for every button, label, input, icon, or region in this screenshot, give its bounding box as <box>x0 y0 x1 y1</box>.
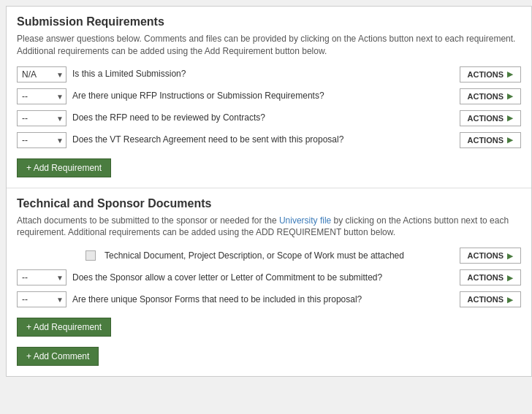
requirement-label: Are there unique Sponsor Forms that need… <box>72 294 454 306</box>
requirement-checkbox[interactable] <box>86 250 96 261</box>
actions-arrow-icon: ▶ <box>507 136 513 144</box>
actions-label: ACTIONS <box>468 273 504 282</box>
actions-button[interactable]: ACTIONS ▶ <box>460 66 522 83</box>
actions-arrow-icon: ▶ <box>507 252 513 260</box>
requirement-select[interactable]: -- Yes No <box>17 291 66 307</box>
add-comment-button[interactable]: + Add Comment <box>17 347 99 366</box>
main-container: Submission Requirements Please answer qu… <box>6 6 532 377</box>
actions-label: ACTIONS <box>468 92 504 101</box>
actions-label: ACTIONS <box>468 251 504 260</box>
submission-requirements-section: Submission Requirements Please answer qu… <box>7 7 531 188</box>
actions-button[interactable]: ACTIONS ▶ <box>460 248 522 264</box>
select-wrapper: -- Yes No ▼ <box>17 291 66 307</box>
actions-label: ACTIONS <box>468 295 504 304</box>
actions-button[interactable]: ACTIONS ▶ <box>460 291 522 307</box>
actions-arrow-icon: ▶ <box>507 296 513 304</box>
select-wrapper: N/A Yes No ▼ <box>17 66 66 83</box>
button-row-2: + Add Comment <box>17 342 521 366</box>
actions-arrow-icon: ▶ <box>507 70 513 78</box>
requirement-row: -- Yes No ▼ Does the Sponsor allow a cov… <box>17 269 521 285</box>
requirement-label: Does the Sponsor allow a cover letter or… <box>72 272 454 284</box>
actions-label: ACTIONS <box>468 136 504 145</box>
requirement-label: Technical Document, Project Description,… <box>104 250 454 262</box>
select-wrapper: -- Yes No ▼ <box>17 88 66 104</box>
requirement-select[interactable]: -- Yes No <box>17 269 66 285</box>
select-wrapper: -- Yes No ▼ <box>17 132 66 148</box>
requirement-select[interactable]: -- Yes No <box>17 110 66 126</box>
submission-requirements-title: Submission Requirements <box>17 15 521 28</box>
requirement-select[interactable]: -- Yes No <box>17 88 66 104</box>
actions-label: ACTIONS <box>468 114 504 123</box>
add-requirement-button[interactable]: + Add Requirement <box>17 318 111 337</box>
button-row: + Add Requirement <box>17 313 521 337</box>
requirement-label: Does the VT Research Agreement need to b… <box>72 134 454 146</box>
submission-requirements-desc: Please answer questions below. Comments … <box>17 33 521 58</box>
requirement-row: -- Yes No ▼ Are there unique Sponsor For… <box>17 291 521 307</box>
requirement-row: Technical Document, Project Description,… <box>17 248 521 264</box>
requirement-select[interactable]: -- Yes No <box>17 132 66 148</box>
actions-arrow-icon: ▶ <box>507 114 513 122</box>
actions-button[interactable]: ACTIONS ▶ <box>460 132 522 148</box>
actions-button[interactable]: ACTIONS ▶ <box>460 269 522 285</box>
requirement-row: -- Yes No ▼ Are there unique RFP Instruc… <box>17 88 521 104</box>
requirement-select[interactable]: N/A Yes No <box>17 66 66 83</box>
select-wrapper: -- Yes No ▼ <box>17 110 66 126</box>
requirement-label: Does the RFP need to be reviewed by Cont… <box>72 112 454 124</box>
actions-arrow-icon: ▶ <box>507 274 513 282</box>
select-wrapper: -- Yes No ▼ <box>17 269 66 285</box>
requirement-label: Is this a Limited Submission? <box>72 68 454 80</box>
actions-button[interactable]: ACTIONS ▶ <box>460 110 522 126</box>
actions-label: ACTIONS <box>468 70 504 79</box>
university-file-link[interactable]: University file <box>279 215 331 226</box>
requirement-row: -- Yes No ▼ Does the RFP need to be revi… <box>17 110 521 126</box>
add-requirement-button[interactable]: + Add Requirement <box>17 158 111 177</box>
actions-button[interactable]: ACTIONS ▶ <box>460 88 522 104</box>
requirement-row: -- Yes No ▼ Does the VT Research Agreeme… <box>17 132 521 148</box>
requirement-label: Are there unique RFP Instructions or Sub… <box>72 90 454 102</box>
checkbox-spacer <box>17 250 99 261</box>
requirement-row: N/A Yes No ▼ Is this a Limited Submissio… <box>17 66 521 83</box>
technical-sponsor-section: Technical and Sponsor Documents Attach d… <box>7 188 531 377</box>
technical-sponsor-desc: Attach documents to be submitted to the … <box>17 215 521 239</box>
technical-sponsor-title: Technical and Sponsor Documents <box>17 197 521 210</box>
desc-text-1: Attach documents to be submitted to the … <box>17 215 279 226</box>
actions-arrow-icon: ▶ <box>507 92 513 100</box>
